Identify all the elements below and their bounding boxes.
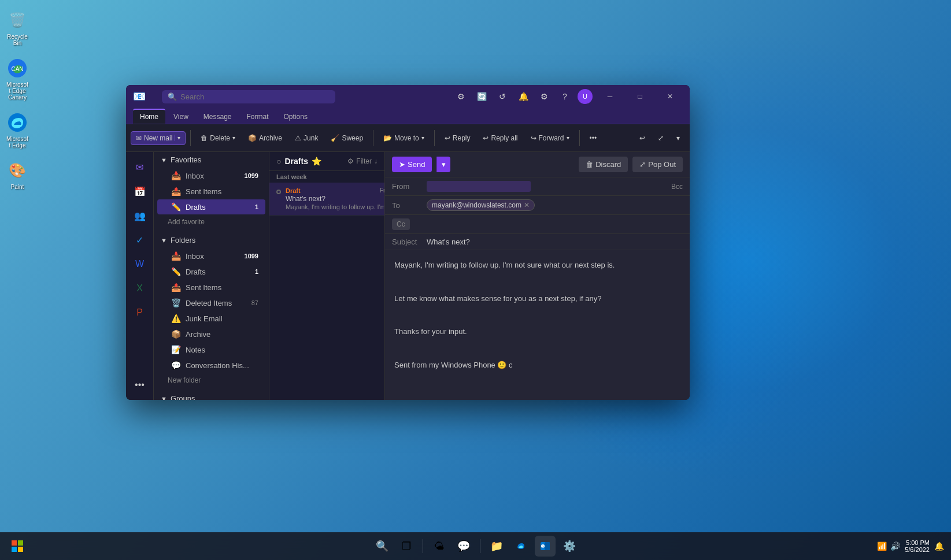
taskbar-edge-icon[interactable] bbox=[510, 536, 531, 557]
new-mail-dropdown-icon[interactable]: ▾ bbox=[175, 135, 180, 141]
sweep-icon: 🧹 bbox=[331, 134, 339, 142]
move-to-dropdown-icon[interactable]: ▾ bbox=[421, 135, 424, 141]
sidebar-item-sent-folder[interactable]: 📤 Sent Items bbox=[157, 280, 265, 295]
toolbar-right-actions: ↩ ⤢ ▾ bbox=[634, 131, 685, 145]
gear-icon[interactable]: ⚙ bbox=[536, 88, 552, 105]
folders-section-header[interactable]: ▼ Folders bbox=[154, 232, 269, 248]
title-bar: 📧 🔍 ⚙ 🔄 ↺ 🔔 ⚙ ? U ─ □ ✕ bbox=[126, 85, 690, 108]
subject-input[interactable] bbox=[427, 238, 683, 246]
drafts-star-icon[interactable]: ⭐ bbox=[312, 157, 321, 166]
recycle-bin-icon[interactable]: 🗑️ Recycle Bin bbox=[3, 6, 32, 49]
account-icon[interactable]: U bbox=[578, 89, 593, 104]
send-button[interactable]: ➤ Send bbox=[392, 157, 432, 172]
sidebar-item-conversation-history[interactable]: 💬 Conversation His... bbox=[157, 358, 265, 373]
body-line-5: Thanks for your input. bbox=[394, 326, 680, 338]
search-input[interactable] bbox=[180, 92, 330, 101]
sidebar-item-notes[interactable]: 📝 Notes bbox=[157, 342, 265, 357]
drafts-badge: 1 bbox=[255, 203, 258, 210]
sync-icon[interactable]: 🔄 bbox=[473, 88, 490, 105]
more-actions-button[interactable]: ••• bbox=[584, 131, 602, 145]
taskbar-clock[interactable]: 5:00 PM 5/6/2022 bbox=[905, 539, 930, 553]
pop-out-button[interactable]: ⤢ Pop Out bbox=[632, 157, 683, 172]
close-button[interactable]: ✕ bbox=[657, 87, 683, 106]
title-search-box[interactable]: 🔍 bbox=[162, 90, 335, 103]
help-icon[interactable]: ? bbox=[557, 88, 573, 105]
nav-powerpoint-icon[interactable]: P bbox=[129, 302, 150, 323]
nav-tasks-icon[interactable]: ✓ bbox=[129, 229, 150, 250]
expand-icon[interactable]: ▾ bbox=[671, 131, 685, 145]
volume-icon[interactable]: 🔊 bbox=[890, 542, 900, 551]
forward-button[interactable]: ↪ Forward ▾ bbox=[526, 131, 575, 145]
sidebar-item-inbox-favorite[interactable]: 📥 Inbox 1099 bbox=[157, 168, 265, 183]
nav-word-icon[interactable]: W bbox=[129, 254, 150, 275]
undo-button[interactable]: ↩ bbox=[634, 131, 650, 145]
favorites-section-header[interactable]: ▼ Favorites bbox=[154, 152, 269, 168]
compose-body[interactable]: Mayank, I'm writing to follow up. I'm no… bbox=[385, 250, 690, 400]
tab-home[interactable]: Home bbox=[133, 109, 165, 124]
sidebar-item-sent-favorite[interactable]: 📤 Sent Items bbox=[157, 184, 265, 199]
delete-dropdown-icon[interactable]: ▾ bbox=[232, 135, 235, 141]
taskbar-search-icon[interactable]: 🔍 bbox=[372, 536, 393, 557]
sweep-button[interactable]: 🧹 Sweep bbox=[325, 131, 368, 145]
taskbar-settings-icon[interactable]: ⚙️ bbox=[559, 536, 580, 557]
sidebar-item-deleted-items[interactable]: 🗑️ Deleted Items 87 bbox=[157, 295, 265, 310]
taskbar-outlook-icon[interactable]: O bbox=[535, 536, 556, 557]
groups-label: Groups bbox=[171, 394, 195, 400]
nav-mail-icon[interactable]: ✉ bbox=[129, 157, 150, 177]
sidebar-item-inbox-folder[interactable]: 📥 Inbox 1099 bbox=[157, 249, 265, 264]
bcc-button[interactable]: Bcc bbox=[671, 183, 683, 191]
taskbar-file-explorer-icon[interactable]: 📁 bbox=[486, 536, 507, 557]
taskbar-chat-icon[interactable]: 💬 bbox=[453, 536, 474, 557]
taskbar-widgets-icon[interactable]: 🌤 bbox=[429, 536, 450, 557]
delete-button[interactable]: 🗑 Delete ▾ bbox=[195, 131, 240, 145]
new-mail-button[interactable]: ✉ New mail ▾ bbox=[131, 131, 186, 145]
title-bar-icons: ⚙ 🔄 ↺ 🔔 ⚙ ? U bbox=[453, 88, 593, 105]
new-folder-link[interactable]: New folder bbox=[154, 373, 269, 387]
nav-calendar-icon[interactable]: 📅 bbox=[129, 181, 150, 202]
email-unread-dot bbox=[276, 190, 281, 194]
send-dropdown-button[interactable]: ▾ bbox=[436, 157, 450, 172]
sidebar-item-junk-email[interactable]: ⚠️ Junk Email bbox=[157, 311, 265, 326]
tab-format[interactable]: Format bbox=[240, 110, 276, 124]
edge-canary-icon[interactable]: CAN Microsoft Edge Canary bbox=[3, 54, 32, 103]
bell-icon[interactable]: 🔔 bbox=[515, 88, 531, 105]
email-item-1[interactable]: Draft Fri 5/6 What's next? Mayank, I'm w… bbox=[269, 183, 384, 216]
junk-button[interactable]: ⚠ Junk bbox=[290, 131, 323, 145]
reply-button[interactable]: ↩ Reply bbox=[439, 131, 476, 145]
minimize-button[interactable]: ─ bbox=[597, 87, 623, 106]
taskbar-task-view-icon[interactable]: ❐ bbox=[396, 536, 417, 557]
separator-1 bbox=[190, 130, 191, 146]
from-input[interactable] bbox=[427, 181, 531, 192]
back-icon[interactable]: ↺ bbox=[494, 88, 510, 105]
maximize-button[interactable]: □ bbox=[627, 87, 653, 106]
filter-icon: ⚙ bbox=[347, 157, 354, 165]
reply-all-button[interactable]: ↩ Reply all bbox=[478, 131, 523, 145]
compose-area: ➤ Send ▾ 🗑 Discard ⤢ Pop Out From Bcc bbox=[385, 152, 690, 400]
sidebar-item-archive-folder[interactable]: 📦 Archive bbox=[157, 327, 265, 342]
microsoft-edge-desktop-icon[interactable]: Microsoft Edge bbox=[3, 108, 32, 151]
pop-out-button[interactable]: ⤢ bbox=[653, 131, 669, 145]
notification-icon[interactable]: 🔔 bbox=[934, 542, 944, 551]
sidebar-item-drafts-favorite[interactable]: ✏️ Drafts 1 bbox=[157, 199, 265, 214]
archive-button[interactable]: 📦 Archive bbox=[243, 131, 287, 145]
forward-dropdown-icon[interactable]: ▾ bbox=[567, 135, 569, 141]
discard-button[interactable]: 🗑 Discard bbox=[579, 157, 628, 172]
nav-more-icon[interactable]: ••• bbox=[129, 374, 150, 395]
start-button[interactable] bbox=[7, 536, 28, 557]
filter-button[interactable]: ⚙ Filter ↓ bbox=[347, 157, 378, 165]
paint-desktop-icon[interactable]: 🎨 Paint bbox=[3, 156, 32, 193]
cc-button[interactable]: Cc bbox=[392, 218, 410, 230]
settings-icon[interactable]: ⚙ bbox=[453, 88, 469, 105]
remove-recipient-icon[interactable]: ✕ bbox=[524, 201, 530, 209]
nav-people-icon[interactable]: 👥 bbox=[129, 205, 150, 226]
nav-excel-icon[interactable]: X bbox=[129, 278, 150, 299]
groups-section-header[interactable]: ▼ Groups bbox=[154, 391, 269, 400]
tab-view[interactable]: View bbox=[166, 110, 195, 124]
sidebar-item-drafts-folder[interactable]: ✏️ Drafts 1 bbox=[157, 264, 265, 279]
network-icon[interactable]: 📶 bbox=[877, 542, 887, 551]
to-recipient-chip[interactable]: mayank@windowslatest.com ✕ bbox=[427, 199, 535, 211]
move-to-button[interactable]: 📂 Move to ▾ bbox=[378, 131, 430, 145]
add-favorite-link[interactable]: Add favorite bbox=[154, 215, 269, 229]
tab-message[interactable]: Message bbox=[197, 110, 239, 124]
tab-options[interactable]: Options bbox=[277, 110, 314, 124]
